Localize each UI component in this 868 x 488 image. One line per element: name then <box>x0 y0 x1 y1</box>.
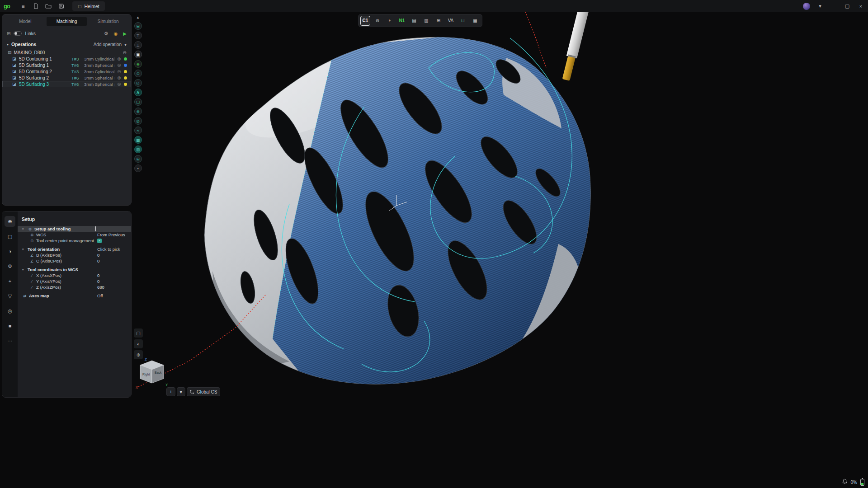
toolbar-icon[interactable]: ≈ <box>134 127 142 134</box>
quick-toolbar-icon[interactable]: ⊞ <box>434 16 443 26</box>
axis-x-row[interactable]: ∕ X (AxisXPos) 0 <box>18 272 131 278</box>
category-icon[interactable]: ◑ <box>5 246 15 257</box>
toolbar-icon[interactable]: ⊛ <box>134 108 142 115</box>
target-icon[interactable]: ◎ <box>116 56 122 61</box>
target-icon[interactable]: ◎ <box>116 75 122 80</box>
tool-orientation-value[interactable]: Click to pick <box>97 247 120 252</box>
new-file-icon[interactable] <box>32 2 40 10</box>
wcs-value[interactable]: From Previous <box>97 232 125 237</box>
quick-toolbar-icon[interactable]: ⊔ <box>458 16 468 26</box>
axis-z-value[interactable]: 680 <box>97 285 104 290</box>
category-icon[interactable]: ■ <box>5 320 15 331</box>
toolbar-icon[interactable]: ⊙ <box>134 70 142 77</box>
quick-toolbar-icon[interactable]: ⊚ <box>373 16 382 26</box>
axes-map-row[interactable]: ⇄ Axes map Off <box>18 293 131 299</box>
axis-z-row[interactable]: ∕ Z (AxisZPos) 680 <box>18 284 131 290</box>
close-button[interactable]: × <box>857 4 864 9</box>
category-icon[interactable]: ⋯ <box>5 335 15 346</box>
document-tab[interactable]: ▢ Helmet <box>72 1 105 11</box>
links-toggle[interactable] <box>14 31 22 36</box>
quick-toolbar-icon[interactable]: C1 <box>360 16 370 26</box>
toolbar-icon[interactable]: ▪ <box>134 164 142 172</box>
target-icon[interactable]: ◎ <box>116 63 122 67</box>
toolbar-icon[interactable]: A <box>134 89 142 96</box>
toolbar-icon[interactable]: ▦ <box>134 136 142 144</box>
machine-row[interactable]: ▤ MAKINO_D800 ⊖ <box>2 49 131 56</box>
operation-row[interactable]: ◪ 5D Contouring 1 T#3 3mm Cylindrical mi… <box>2 56 131 62</box>
category-icon[interactable]: ▽ <box>5 291 15 301</box>
toolbar-icon[interactable]: ⊞ <box>134 155 142 163</box>
axis-b-row[interactable]: ∠ B (AxisBPos) 0 <box>18 252 131 258</box>
category-icon[interactable]: + <box>5 276 15 286</box>
user-avatar[interactable] <box>803 3 810 10</box>
add-cs-button[interactable]: + <box>166 387 175 396</box>
open-folder-icon[interactable] <box>44 2 52 10</box>
category-icon[interactable]: ▢ <box>5 231 15 242</box>
cs-selector[interactable]: Global CS <box>187 387 221 396</box>
wcs-row[interactable]: ⊕ WCS From Previous <box>18 232 131 238</box>
view-control-icon[interactable]: ◐ <box>134 339 143 348</box>
chevron-down-icon[interactable]: ▾ <box>7 42 9 47</box>
quick-toolbar-icon[interactable]: ▤ <box>409 16 419 26</box>
links-panel-icon[interactable]: ⊞ <box>7 31 10 36</box>
target-icon[interactable]: ◎ <box>116 82 122 86</box>
quick-toolbar-icon[interactable]: ▥ <box>421 16 431 26</box>
account-chevron-icon[interactable]: ▾ <box>816 3 824 9</box>
mode-tab[interactable]: Machining <box>47 17 87 26</box>
maximize-button[interactable]: ▢ <box>844 3 851 9</box>
operation-row[interactable]: ◪ 5D Contouring 2 T#3 3mm Cylindrical mi… <box>2 68 131 75</box>
axis-y-row[interactable]: ∕ Y (AxisYPos) 0 <box>18 278 131 284</box>
axis-y-value[interactable]: 0 <box>97 279 99 284</box>
quick-toolbar-icon[interactable]: ⊦ <box>385 16 395 26</box>
operations-settings-icon[interactable]: ⚙ <box>104 31 108 37</box>
toolbar-icon[interactable]: ∅ <box>134 79 142 87</box>
axis-b-value[interactable]: 0 <box>97 253 99 258</box>
quick-toolbar-icon[interactable]: ▦ <box>470 16 480 26</box>
toolbar-icon[interactable]: ▥ <box>134 145 142 153</box>
tcpm-checkbox[interactable]: ✓ <box>97 239 102 243</box>
operation-row[interactable]: ◪ 5D Surfacing 1 T#6 3mm Spherical mill … <box>2 62 131 68</box>
toolbar-icon[interactable]: ▣ <box>134 51 142 58</box>
run-operations-button[interactable]: ▶ <box>123 31 127 36</box>
operation-row[interactable]: ◪ 5D Surfacing 3 T#6 3mm Spherical mill … <box>2 81 131 87</box>
remove-machine-icon[interactable]: ⊖ <box>123 50 127 55</box>
category-icon[interactable]: ◎ <box>5 305 15 316</box>
tcpm-row[interactable]: ⊙ Tool center point management ✓ <box>18 238 131 244</box>
target-icon[interactable]: ◎ <box>116 69 122 74</box>
status-dot <box>124 57 127 61</box>
toolbar-icon[interactable]: ⊤ <box>134 32 142 39</box>
tool-orientation-section[interactable]: ▾ Tool orientation Click to pick <box>18 246 131 252</box>
operations-title: Operations <box>11 42 36 47</box>
axes-map-value[interactable]: Off <box>97 293 103 298</box>
simulation-toolbar: ▴ ⊟ ⊤ ⊥ ▣ ⊕ ⊙ ∅ A ▢ ⊛ ◎ ≈ ▦ ▥ ⊞ <box>134 15 142 174</box>
tool-coordinates-section[interactable]: ▾ Tool coordinates in WCS <box>18 267 131 272</box>
main-menu-icon[interactable]: ≡ <box>19 2 27 10</box>
add-operation-button[interactable]: Add operation ▾ <box>94 42 127 47</box>
axis-c-value[interactable]: 0 <box>97 258 99 263</box>
view-control-icon[interactable]: ▢ <box>134 328 143 338</box>
cube-face-back[interactable]: Back <box>155 371 162 374</box>
category-icon[interactable]: ⊕ <box>5 216 15 227</box>
collapse-toolbar-icon[interactable]: ▴ <box>137 15 139 22</box>
axis-c-row[interactable]: ∠ C (AxisCPos) 0 <box>18 258 131 264</box>
axis-z-label: Z <box>145 357 147 361</box>
category-icon[interactable]: ⚙ <box>5 261 15 272</box>
cube-face-right[interactable]: Right <box>142 373 150 376</box>
visibility-icon[interactable]: ◉ <box>114 31 118 36</box>
cs-dropdown-chevron[interactable]: ▾ <box>177 387 185 396</box>
operation-row[interactable]: ◪ 5D Surfacing 2 T#6 3mm Spherical mill … <box>2 75 131 81</box>
notifications-bell-icon[interactable] <box>842 478 848 486</box>
mode-tab[interactable]: Model <box>5 17 46 26</box>
minimize-button[interactable]: – <box>830 4 837 9</box>
toolbar-icon[interactable]: ⊕ <box>134 60 142 68</box>
mode-tab[interactable]: Simulation <box>88 17 128 26</box>
setup-and-tooling-section[interactable]: ▾ ⚙ Setup and tooling <box>18 226 131 232</box>
toolbar-icon[interactable]: ▢ <box>134 98 142 106</box>
save-icon[interactable] <box>57 2 65 10</box>
toolbar-icon[interactable]: ⊥ <box>134 41 142 49</box>
toolbar-icon[interactable]: ⊟ <box>134 22 142 30</box>
quick-toolbar-icon[interactable]: VA <box>446 16 456 26</box>
quick-toolbar-icon[interactable]: N1 <box>397 16 407 26</box>
toolbar-icon[interactable]: ◎ <box>134 117 142 125</box>
axis-x-value[interactable]: 0 <box>97 273 99 278</box>
